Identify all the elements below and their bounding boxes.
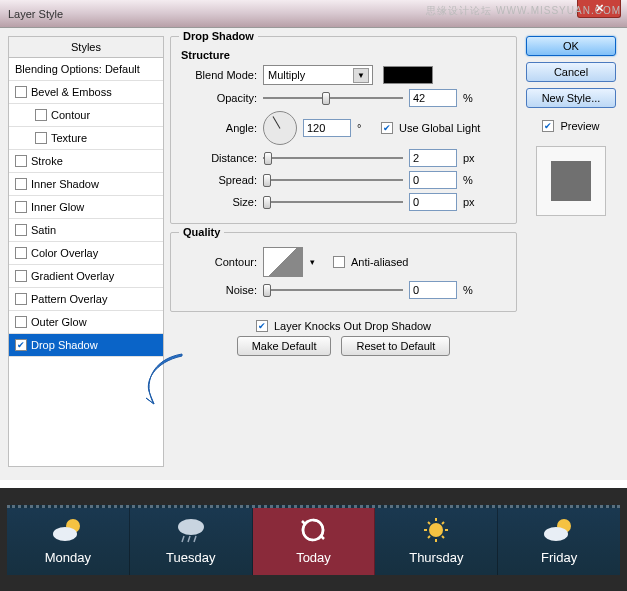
label: Outer Glow [31, 316, 87, 328]
contour-label: Contour: [179, 256, 257, 268]
style-drop-shadow[interactable]: ✔Drop Shadow [9, 334, 163, 357]
size-input[interactable] [409, 193, 457, 211]
size-label: Size: [179, 196, 257, 208]
refresh-icon [294, 516, 332, 544]
knocks-out-label: Layer Knocks Out Drop Shadow [274, 320, 431, 332]
size-slider[interactable] [263, 194, 403, 210]
noise-slider[interactable] [263, 282, 403, 298]
checkbox[interactable] [15, 86, 27, 98]
opacity-input[interactable] [409, 89, 457, 107]
weather-widget: Monday Tuesday Today Thursday Friday [7, 505, 620, 575]
label: Satin [31, 224, 56, 236]
label: Pattern Overlay [31, 293, 107, 305]
distance-slider[interactable] [263, 150, 403, 166]
distance-input[interactable] [409, 149, 457, 167]
global-light-checkbox[interactable]: ✔ [381, 122, 393, 134]
preview-label: Preview [560, 120, 599, 132]
anti-aliased-label: Anti-aliased [351, 256, 408, 268]
quality-group: Quality Contour: Anti-aliased Noise: % [170, 232, 517, 312]
svg-line-14 [442, 522, 444, 524]
new-style-button[interactable]: New Style... [526, 88, 616, 108]
partly-cloudy-icon [540, 516, 578, 544]
checkbox[interactable] [35, 109, 47, 121]
checkbox[interactable] [15, 270, 27, 282]
day-label: Thursday [409, 550, 463, 565]
label: Inner Shadow [31, 178, 99, 190]
unit: px [463, 196, 481, 208]
knocks-out-checkbox[interactable]: ✔ [256, 320, 268, 332]
checkbox[interactable] [15, 155, 27, 167]
checkbox[interactable] [35, 132, 47, 144]
svg-point-1 [53, 527, 77, 541]
reset-default-button[interactable]: Reset to Default [341, 336, 450, 356]
opacity-slider[interactable] [263, 90, 403, 106]
svg-line-5 [194, 536, 196, 542]
blend-mode-label: Blend Mode: [179, 69, 257, 81]
label: Inner Glow [31, 201, 84, 213]
label: Bevel & Emboss [31, 86, 112, 98]
style-inner-glow[interactable]: Inner Glow [9, 196, 163, 219]
settings-panel: Drop Shadow Structure Blend Mode: Multip… [170, 36, 517, 472]
svg-line-12 [442, 536, 444, 538]
spread-input[interactable] [409, 171, 457, 189]
checkbox[interactable] [15, 316, 27, 328]
shadow-color-swatch[interactable] [383, 66, 433, 84]
weather-monday[interactable]: Monday [7, 508, 130, 575]
styles-header[interactable]: Styles [8, 36, 164, 58]
style-gradient-overlay[interactable]: Gradient Overlay [9, 265, 163, 288]
footer-preview: Monday Tuesday Today Thursday Friday [0, 488, 627, 591]
style-color-overlay[interactable]: Color Overlay [9, 242, 163, 265]
unit: ° [357, 122, 375, 134]
preview-thumbnail [536, 146, 606, 216]
weather-tuesday[interactable]: Tuesday [130, 508, 253, 575]
label: Stroke [31, 155, 63, 167]
weather-thursday[interactable]: Thursday [375, 508, 498, 575]
noise-input[interactable] [409, 281, 457, 299]
ok-button[interactable]: OK [526, 36, 616, 56]
style-bevel[interactable]: Bevel & Emboss [9, 81, 163, 104]
weather-today[interactable]: Today [253, 508, 376, 575]
watermark-text: 思缘设计论坛 WWW.MISSYUAN.COM [426, 4, 621, 18]
checkbox[interactable]: ✔ [15, 339, 27, 351]
weather-friday[interactable]: Friday [498, 508, 620, 575]
dialog-body: Styles Blending Options: Default Bevel &… [0, 28, 627, 480]
style-inner-shadow[interactable]: Inner Shadow [9, 173, 163, 196]
label: Drop Shadow [31, 339, 98, 351]
style-texture[interactable]: Texture [9, 127, 163, 150]
style-contour[interactable]: Contour [9, 104, 163, 127]
blend-mode-select[interactable]: Multiply [263, 65, 373, 85]
spread-slider[interactable] [263, 172, 403, 188]
noise-label: Noise: [179, 284, 257, 296]
preview-checkbox[interactable]: ✔ [542, 120, 554, 132]
drop-shadow-group: Drop Shadow Structure Blend Mode: Multip… [170, 36, 517, 224]
style-outer-glow[interactable]: Outer Glow [9, 311, 163, 334]
angle-dial[interactable] [263, 111, 297, 145]
contour-picker[interactable] [263, 247, 303, 277]
angle-input[interactable] [303, 119, 351, 137]
checkbox[interactable] [15, 247, 27, 259]
style-stroke[interactable]: Stroke [9, 150, 163, 173]
style-satin[interactable]: Satin [9, 219, 163, 242]
day-label: Tuesday [166, 550, 215, 565]
partly-cloudy-icon [49, 516, 87, 544]
svg-point-2 [178, 519, 204, 535]
unit: % [463, 284, 481, 296]
checkbox[interactable] [15, 224, 27, 236]
unit: % [463, 92, 481, 104]
svg-point-16 [544, 527, 568, 541]
svg-point-6 [429, 523, 443, 537]
opacity-label: Opacity: [179, 92, 257, 104]
make-default-button[interactable]: Make Default [237, 336, 332, 356]
angle-label: Angle: [179, 122, 257, 134]
structure-title: Structure [181, 49, 508, 61]
label: Contour [51, 109, 90, 121]
blending-options-item[interactable]: Blending Options: Default [9, 58, 163, 81]
checkbox[interactable] [15, 293, 27, 305]
styles-list: Blending Options: Default Bevel & Emboss… [8, 57, 164, 467]
label: Gradient Overlay [31, 270, 114, 282]
cancel-button[interactable]: Cancel [526, 62, 616, 82]
style-pattern-overlay[interactable]: Pattern Overlay [9, 288, 163, 311]
anti-aliased-checkbox[interactable] [333, 256, 345, 268]
checkbox[interactable] [15, 178, 27, 190]
checkbox[interactable] [15, 201, 27, 213]
